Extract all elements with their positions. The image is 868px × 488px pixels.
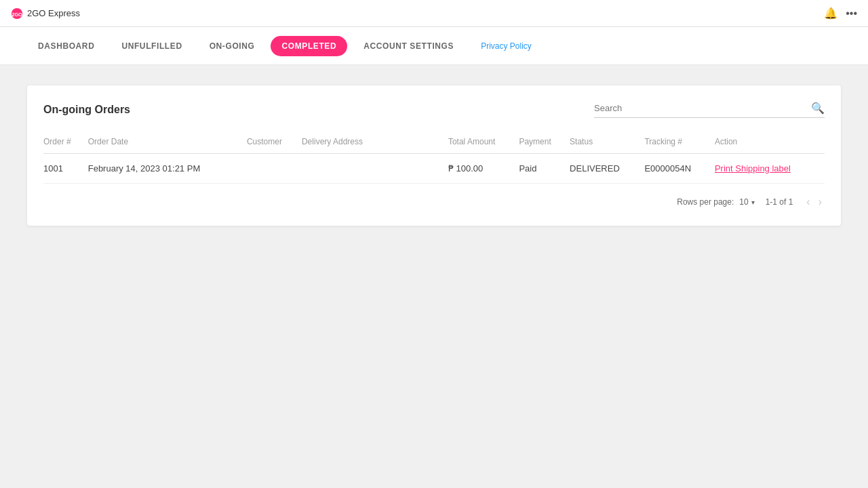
nav-item-unfulfilled[interactable]: UNFULFILLED bbox=[111, 36, 193, 56]
main-content: On-going Orders 🔍 Order # Order Date Cus… bbox=[0, 65, 868, 246]
orders-table: Order # Order Date Customer Delivery Add… bbox=[43, 131, 825, 184]
svg-text:2GO: 2GO bbox=[12, 11, 22, 17]
cell-order-date: February 14, 2023 01:21 PM bbox=[88, 154, 247, 184]
page-nav: ‹ › bbox=[804, 195, 825, 209]
nav-item-ongoing[interactable]: ON-GOING bbox=[199, 36, 266, 56]
card-header: On-going Orders 🔍 bbox=[43, 102, 825, 118]
col-delivery-address: Delivery Address bbox=[302, 131, 448, 154]
prev-page-button[interactable]: ‹ bbox=[804, 195, 812, 209]
table-row: 1001 February 14, 2023 01:21 PM ₱ 100.00… bbox=[43, 154, 825, 184]
col-order-num: Order # bbox=[43, 131, 88, 154]
cell-payment: Paid bbox=[519, 154, 570, 184]
section-title: On-going Orders bbox=[43, 104, 130, 116]
next-page-button[interactable]: › bbox=[816, 195, 825, 209]
search-icon[interactable]: 🔍 bbox=[811, 102, 825, 115]
navbar: DASHBOARD UNFULFILLED ON-GOING COMPLETED… bbox=[0, 27, 868, 65]
print-shipping-label-link[interactable]: Print Shipping label bbox=[715, 163, 791, 174]
more-icon[interactable]: ••• bbox=[846, 7, 857, 20]
col-order-date: Order Date bbox=[88, 131, 247, 154]
bell-icon[interactable]: 🔔 bbox=[824, 7, 837, 20]
table-body: 1001 February 14, 2023 01:21 PM ₱ 100.00… bbox=[43, 154, 825, 184]
col-customer: Customer bbox=[247, 131, 302, 154]
rows-per-page: Rows per page: 10 ▾ bbox=[677, 197, 754, 207]
nav-item-completed[interactable]: COMPLETED bbox=[271, 36, 347, 56]
cell-total-amount: ₱ 100.00 bbox=[448, 154, 519, 184]
search-container: 🔍 bbox=[594, 102, 825, 118]
table-header: Order # Order Date Customer Delivery Add… bbox=[43, 131, 825, 154]
search-input[interactable] bbox=[594, 103, 806, 113]
col-tracking: Tracking # bbox=[644, 131, 715, 154]
cell-customer bbox=[247, 154, 302, 184]
col-total-amount: Total Amount bbox=[448, 131, 519, 154]
col-payment: Payment bbox=[519, 131, 570, 154]
topbar-right: 🔔 ••• bbox=[824, 7, 857, 20]
page-info: 1-1 of 1 bbox=[766, 197, 793, 207]
pagination: Rows per page: 10 ▾ 1-1 of 1 ‹ › bbox=[43, 195, 825, 209]
chevron-down-icon: ▾ bbox=[751, 199, 755, 206]
nav-item-dashboard[interactable]: DASHBOARD bbox=[27, 36, 105, 56]
nav-item-privacy-policy[interactable]: Privacy Policy bbox=[470, 36, 542, 56]
rows-select[interactable]: 10 ▾ bbox=[739, 197, 754, 207]
cell-order-num: 1001 bbox=[43, 154, 88, 184]
cell-status: DELIVERED bbox=[570, 154, 644, 184]
rows-per-page-value: 10 bbox=[739, 197, 748, 207]
orders-card: On-going Orders 🔍 Order # Order Date Cus… bbox=[27, 85, 841, 226]
cell-tracking: E0000054N bbox=[644, 154, 715, 184]
app-title: 2GO Express bbox=[27, 8, 80, 18]
col-status: Status bbox=[570, 131, 644, 154]
nav-item-account-settings[interactable]: ACCOUNT SETTINGS bbox=[353, 36, 465, 56]
cell-delivery-address bbox=[302, 154, 448, 184]
topbar-left: 2GO 2GO Express bbox=[11, 7, 80, 20]
cell-action: Print Shipping label bbox=[715, 154, 825, 184]
rows-per-page-label: Rows per page: bbox=[677, 197, 734, 207]
col-action: Action bbox=[715, 131, 825, 154]
logo-icon: 2GO bbox=[11, 7, 23, 20]
topbar: 2GO 2GO Express 🔔 ••• bbox=[0, 0, 868, 27]
